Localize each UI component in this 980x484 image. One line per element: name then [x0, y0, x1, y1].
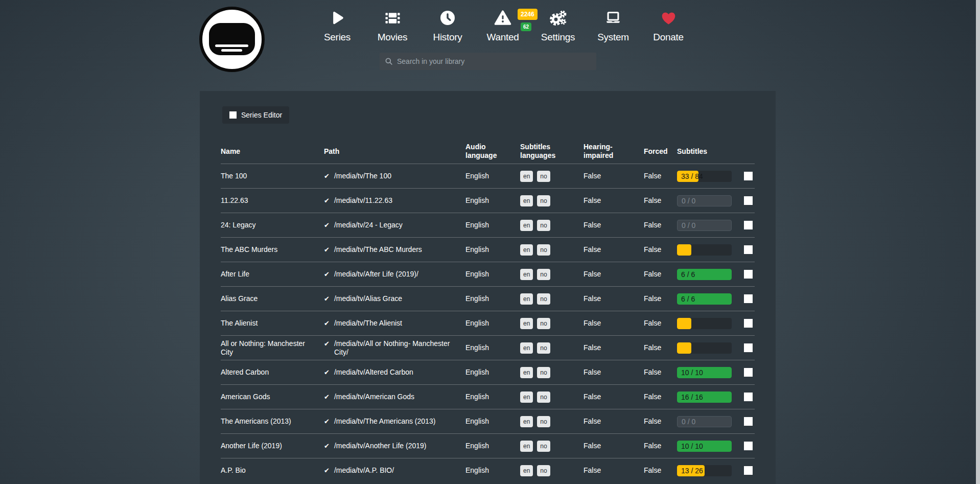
series-name: 11.22.63 — [221, 196, 324, 205]
nav-label: Settings — [530, 31, 586, 44]
subtitles-cell: 6 / 6 — [677, 293, 732, 305]
series-panel: Series Editor Name Path Audio language S… — [200, 91, 776, 484]
subtitles-progress: 10 / 10 — [677, 441, 732, 452]
language-badge: en — [520, 220, 533, 231]
forced-value: False — [644, 343, 677, 352]
series-path-cell: ✔ /media/tv/The Alienist — [324, 319, 465, 328]
language-badge: en — [520, 391, 533, 403]
nav-item-wanted[interactable]: 2246 62 Wanted — [475, 5, 530, 44]
wrench-icon[interactable] — [744, 393, 753, 401]
nav-item-history[interactable]: History — [420, 5, 475, 44]
wrench-icon[interactable] — [744, 319, 753, 328]
subtitles-progress — [677, 342, 732, 354]
wrench-icon[interactable] — [744, 417, 753, 426]
subtitles-languages: enno — [520, 465, 584, 476]
row-actions — [732, 221, 755, 229]
row-actions — [732, 294, 755, 303]
page-scrollbar[interactable] — [976, 0, 980, 484]
series-path: /media/tv/A.P. BIO/ — [334, 466, 394, 475]
series-name: The 100 — [221, 172, 324, 180]
series-name: After Life — [221, 270, 324, 279]
wrench-icon[interactable] — [744, 466, 753, 475]
subtitles-cell: 10 / 10 — [677, 441, 732, 452]
hearing-impaired-value: False — [584, 417, 644, 426]
play-icon — [310, 5, 365, 31]
language-badge: no — [537, 367, 550, 378]
row-actions — [732, 172, 755, 180]
hearing-impaired-value: False — [584, 196, 644, 205]
wrench-icon[interactable] — [744, 343, 753, 352]
path-valid-check-icon: ✔ — [324, 196, 330, 205]
series-path: /media/tv/Alias Grace — [334, 294, 402, 303]
subtitles-count: 10 / 10 — [681, 442, 703, 450]
nav-item-system[interactable]: System — [586, 5, 641, 44]
row-actions — [732, 196, 755, 205]
series-path-cell: ✔ /media/tv/Alias Grace — [324, 294, 465, 303]
series-path: /media/tv/The ABC Murders — [334, 245, 422, 254]
subtitles-count: 16 / 16 — [681, 393, 703, 401]
audio-language: English — [465, 393, 520, 401]
series-path: /media/tv/The Americans (2013) — [334, 417, 435, 426]
forced-value: False — [644, 393, 677, 401]
wrench-icon[interactable] — [744, 294, 753, 303]
wrench-icon[interactable] — [744, 368, 753, 377]
nav-item-movies[interactable]: Movies — [365, 5, 420, 44]
nav-item-settings[interactable]: Settings — [530, 5, 586, 44]
hearing-impaired-value: False — [584, 221, 644, 229]
series-editor-button[interactable]: Series Editor — [222, 106, 289, 124]
language-badge: en — [520, 244, 533, 256]
nav-label: History — [420, 31, 475, 44]
subtitles-languages: enno — [520, 367, 584, 378]
nav-label: Series — [310, 31, 365, 44]
series-name: A.P. Bio — [221, 466, 324, 475]
language-badge: no — [537, 195, 550, 206]
row-actions — [732, 343, 755, 352]
bazarr-logo[interactable] — [199, 7, 265, 72]
subtitles-progress: 6 / 6 — [677, 293, 732, 305]
wrench-icon[interactable] — [744, 245, 753, 254]
series-name: All or Nothing: Manchester City — [221, 339, 324, 357]
series-path-cell: ✔ /media/tv/The 100 — [324, 172, 465, 180]
series-row: Another Life (2019) ✔ /media/tv/Another … — [221, 433, 755, 458]
subtitles-progress: 10 / 10 — [677, 367, 732, 378]
forced-value: False — [644, 466, 677, 475]
gears-icon — [530, 5, 586, 31]
row-actions — [732, 319, 755, 328]
subtitles-progress: 0 / 0 — [677, 416, 732, 427]
nav-item-donate[interactable]: Donate — [641, 5, 696, 44]
subtitles-cell — [677, 318, 732, 329]
film-icon — [365, 5, 420, 31]
language-badge: en — [520, 293, 533, 305]
wrench-icon[interactable] — [744, 270, 753, 279]
series-row: A.P. Bio ✔ /media/tv/A.P. BIO/ English e… — [221, 458, 755, 482]
series-path-cell: ✔ /media/tv/The Americans (2013) — [324, 417, 465, 426]
col-header-forced: Forced — [644, 147, 677, 156]
audio-language: English — [465, 196, 520, 205]
series-path: /media/tv/The 100 — [334, 172, 391, 180]
nav-item-series[interactable]: Series — [310, 5, 365, 44]
series-row: 11.22.63 ✔ /media/tv/11.22.63 English en… — [221, 188, 755, 213]
subtitles-progress: 0 / 0 — [677, 195, 732, 206]
path-valid-check-icon: ✔ — [324, 270, 330, 279]
wrench-icon[interactable] — [744, 221, 753, 229]
language-badge: no — [537, 220, 550, 231]
wrench-icon[interactable] — [744, 172, 753, 180]
subtitles-count: 10 / 10 — [681, 368, 703, 377]
clock-icon — [420, 5, 475, 31]
subtitles-count: 33 / 84 — [681, 172, 703, 180]
series-name: The Alienist — [221, 319, 324, 328]
forced-value: False — [644, 442, 677, 450]
series-name: Alias Grace — [221, 294, 324, 303]
subtitles-progress — [677, 318, 732, 329]
subtitles-cell: 10 / 10 — [677, 367, 732, 378]
search-input[interactable] — [397, 57, 596, 65]
subtitles-cell: 16 / 16 — [677, 391, 732, 403]
path-valid-check-icon: ✔ — [324, 319, 330, 328]
row-actions — [732, 245, 755, 254]
hearing-impaired-value: False — [584, 393, 644, 401]
wrench-icon[interactable] — [744, 442, 753, 450]
wrench-icon[interactable] — [744, 196, 753, 205]
subtitles-count: 6 / 6 — [681, 270, 695, 279]
wrench-icon — [229, 111, 237, 119]
subtitles-progress: 0 / 0 — [677, 220, 732, 231]
